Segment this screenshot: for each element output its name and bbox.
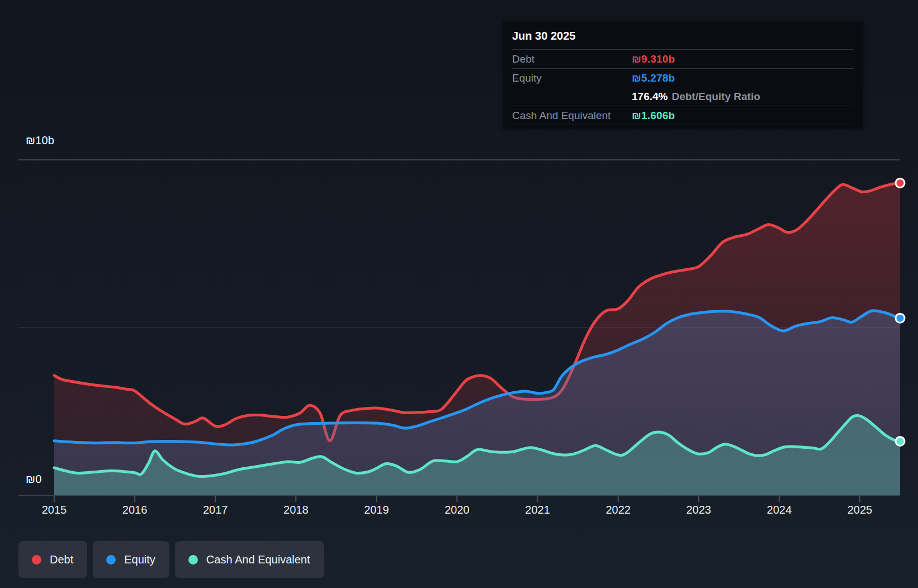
- tooltip-row-debt: Debt ₪9.310b: [512, 50, 854, 69]
- x-axis-label-2023: 2023: [675, 504, 722, 516]
- x-axis-label-2018: 2018: [272, 504, 319, 516]
- tooltip-cash-label: Cash And Equivalent: [512, 110, 632, 122]
- tooltip-debt-value: ₪9.310b: [632, 53, 675, 65]
- x-axis-label-2024: 2024: [756, 504, 803, 516]
- page-background: { "tooltip": { "date": "Jun 30 2025", "d…: [0, 0, 918, 588]
- x-axis-label-2019: 2019: [353, 504, 400, 516]
- legend-item-cash[interactable]: Cash And Equivalent: [175, 541, 324, 578]
- legend-debt-label: Debt: [50, 553, 73, 566]
- tooltip-ratio-label: Debt/Equity Ratio: [671, 91, 760, 102]
- cash-and-equivalent-latest-marker[interactable]: [896, 437, 905, 445]
- chart-legend: Debt Equity Cash And Equivalent: [18, 541, 324, 578]
- legend-cash-label: Cash And Equivalent: [206, 553, 310, 566]
- tooltip-row-equity: Equity ₪5.278b: [512, 69, 854, 87]
- equity-legend-dot-icon: [106, 555, 116, 565]
- tooltip-date: Jun 30 2025: [512, 24, 854, 50]
- x-axis-label-2025: 2025: [836, 504, 883, 516]
- y-axis-label-0: ₪0: [26, 473, 42, 486]
- tooltip-ratio-value: 176.4%: [632, 91, 668, 102]
- x-axis-label-2020: 2020: [433, 504, 480, 516]
- x-axis-label-2015: 2015: [31, 504, 78, 516]
- tooltip-equity-value: ₪5.278b: [632, 72, 675, 84]
- x-axis-label-2022: 2022: [595, 504, 642, 516]
- tooltip-ratio: 176.4%Debt/Equity Ratio: [632, 91, 760, 103]
- debt-legend-dot-icon: [32, 555, 41, 565]
- x-axis-label-2016: 2016: [111, 504, 158, 516]
- x-axis-label-2021: 2021: [514, 504, 561, 516]
- tooltip-row-cash: Cash And Equivalent ₪1.606b: [512, 106, 854, 125]
- y-axis-label-10b: ₪10b: [26, 134, 54, 147]
- tooltip-row-ratio: 176.4%Debt/Equity Ratio: [512, 87, 854, 106]
- equity-latest-marker[interactable]: [896, 314, 905, 323]
- debt-latest-marker[interactable]: [896, 178, 905, 187]
- tooltip-equity-label: Equity: [512, 72, 632, 84]
- legend-item-equity[interactable]: Equity: [93, 541, 169, 578]
- tooltip-debt-label: Debt: [512, 53, 632, 65]
- chart-tooltip: Jun 30 2025 Debt ₪9.310b Equity ₪5.278b …: [503, 21, 863, 129]
- tooltip-cash-value: ₪1.606b: [632, 110, 675, 122]
- x-axis-label-2017: 2017: [192, 504, 239, 516]
- legend-equity-label: Equity: [124, 553, 155, 566]
- cash-legend-dot-icon: [188, 555, 198, 565]
- legend-item-debt[interactable]: Debt: [18, 541, 87, 578]
